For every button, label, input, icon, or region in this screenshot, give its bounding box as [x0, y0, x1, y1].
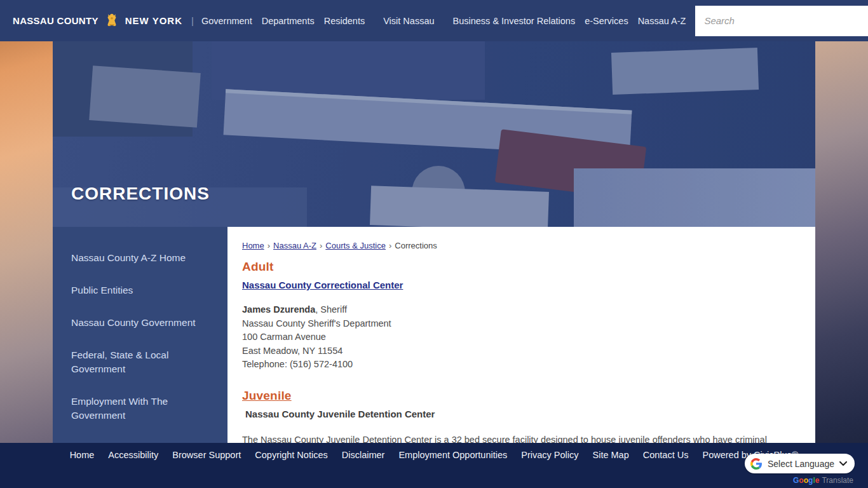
footer-item: Copyright Notices — [255, 449, 327, 461]
footer-item: Privacy Policy — [521, 449, 578, 461]
hero-banner-photo: CORRECTIONS — [53, 41, 815, 227]
footer-item: Contact Us — [643, 449, 689, 461]
nav-item: Visit Nassau — [383, 15, 434, 27]
breadcrumb-segment: Nassau A-Z› — [273, 241, 325, 250]
footer-link[interactable]: Accessibility — [108, 450, 158, 460]
main-navigation: Government Departments Residents Visit N… — [201, 15, 696, 27]
sidebar-link[interactable]: Nassau County Government — [71, 317, 196, 328]
breadcrumb-separator: › — [320, 241, 322, 250]
breadcrumb-link[interactable]: Nassau A-Z — [273, 241, 316, 250]
sheriff-name: James Dzurenda — [242, 304, 315, 315]
translate-word: Translate — [822, 476, 853, 485]
address-line: Nassau County Sheriff's Department — [242, 317, 790, 331]
breadcrumb-link[interactable]: Courts & Justice — [325, 241, 386, 250]
sidebar-item: Nassau County Government — [71, 316, 211, 330]
contact-line: James Dzurenda, Sheriff — [242, 303, 790, 317]
breadcrumb-segment: Home› — [242, 241, 273, 250]
footer-item: Disclaimer — [342, 449, 385, 461]
sidebar-link[interactable]: Nassau County A-Z Home — [71, 252, 186, 263]
juvenile-section-heading[interactable]: Juvenile — [242, 389, 790, 403]
brand-state-text: NEW YORK — [125, 15, 182, 26]
lion-crest-icon — [104, 13, 120, 29]
breadcrumb-current: Corrections — [395, 241, 437, 250]
select-language-label: Select Language — [768, 459, 834, 469]
google-letter: o — [799, 476, 803, 485]
nav-item: Departments — [262, 15, 315, 27]
footer-bar: Home Accessibility Browser Support Copyr… — [0, 443, 868, 488]
site-search — [695, 6, 868, 36]
chevron-down-icon — [839, 461, 847, 466]
sidebar-item: Employment With The Government — [71, 395, 211, 423]
top-navigation-bar: NASSAU COUNTY NEW YORK | Government Depa… — [0, 0, 868, 41]
page-title: CORRECTIONS — [71, 184, 210, 204]
footer-item: Site Map — [593, 449, 629, 461]
footer-link[interactable]: Home — [70, 450, 95, 460]
footer-link[interactable]: Employment Opportunities — [398, 450, 507, 460]
nav-link[interactable]: Residents — [324, 16, 365, 26]
breadcrumb-separator: › — [389, 241, 391, 250]
footer-link[interactable]: Copyright Notices — [255, 450, 327, 460]
sidebar-item: Nassau County A-Z Home — [71, 251, 211, 265]
nav-item: Nassau A-Z — [638, 15, 686, 27]
nav-link[interactable]: e-Services — [585, 16, 628, 26]
site-logo[interactable]: NASSAU COUNTY NEW YORK — [13, 13, 182, 29]
footer-item: Browser Support — [172, 449, 241, 461]
footer-link[interactable]: Contact Us — [643, 450, 689, 460]
adult-section-heading: Adult — [242, 260, 790, 274]
breadcrumb: Home›Nassau A-Z›Courts & Justice›Correct… — [242, 241, 790, 250]
nav-item: Residents — [324, 15, 365, 27]
breadcrumb-separator: › — [268, 241, 270, 250]
breadcrumb-link[interactable]: Home — [242, 241, 264, 250]
footer-links: Home Accessibility Browser Support Copyr… — [0, 443, 868, 461]
google-translate-widget[interactable]: Select Language — [745, 454, 855, 473]
breadcrumb-links: Home›Nassau A-Z›Courts & Justice› — [242, 241, 395, 250]
juvenile-center-name: Nassau County Juvenile Detention Center — [242, 409, 790, 419]
sidebar-item: Federal, State & Local Government — [71, 348, 211, 376]
footer-link[interactable]: Privacy Policy — [521, 450, 578, 460]
nav-link[interactable]: Visit Nassau — [383, 16, 434, 26]
page: NASSAU COUNTY NEW YORK | Government Depa… — [0, 0, 868, 488]
sidebar-menu: Nassau County A-Z Home Public Entities N… — [71, 251, 211, 455]
nav-item: Business & Investor Relations — [453, 15, 576, 27]
google-letter: G — [793, 476, 799, 485]
brand-county-text: NASSAU COUNTY — [13, 15, 98, 26]
google-g-icon — [750, 458, 763, 470]
nav-item: e-Services — [585, 15, 628, 27]
address-line: Telephone: (516) 572-4100 — [242, 358, 790, 372]
google-letter: o — [804, 476, 808, 485]
address-line: 100 Carman Avenue — [242, 330, 790, 344]
footer-link[interactable]: Browser Support — [172, 450, 241, 460]
sheriff-title: , Sheriff — [315, 304, 347, 315]
sidebar-link[interactable]: Public Entities — [71, 285, 133, 295]
google-letter: e — [815, 476, 820, 485]
brand-divider: | — [191, 15, 194, 26]
google-translate-caption: GoogleTranslate — [793, 476, 853, 485]
footer-item: Employment Opportunities — [398, 449, 507, 461]
nav-link[interactable]: Government — [201, 16, 252, 26]
address-lines: Nassau County Sheriff's Department100 Ca… — [242, 317, 790, 372]
adult-contact-block: James Dzurenda, Sheriff Nassau County Sh… — [242, 303, 790, 372]
sidebar-link[interactable]: Employment With The Government — [71, 396, 168, 421]
breadcrumb-segment: Courts & Justice› — [325, 241, 395, 250]
nav-link[interactable]: Business & Investor Relations — [453, 16, 576, 26]
footer-link[interactable]: Disclaimer — [342, 450, 385, 460]
sidebar-link[interactable]: Federal, State & Local Government — [71, 349, 168, 374]
google-wordmark: Google — [793, 476, 819, 485]
nav-link[interactable]: Departments — [262, 16, 315, 26]
footer-item: Home — [70, 449, 95, 461]
footer-link[interactable]: Site Map — [593, 450, 629, 460]
search-input[interactable] — [695, 6, 868, 36]
correctional-center-link[interactable]: Nassau County Correctional Center — [242, 280, 403, 290]
address-line: East Meadow, NY 11554 — [242, 344, 790, 358]
footer-item: Accessibility — [108, 449, 158, 461]
sidebar-item: Public Entities — [71, 283, 211, 297]
nav-link[interactable]: Nassau A-Z — [638, 16, 686, 26]
nav-item: Government — [201, 15, 252, 27]
